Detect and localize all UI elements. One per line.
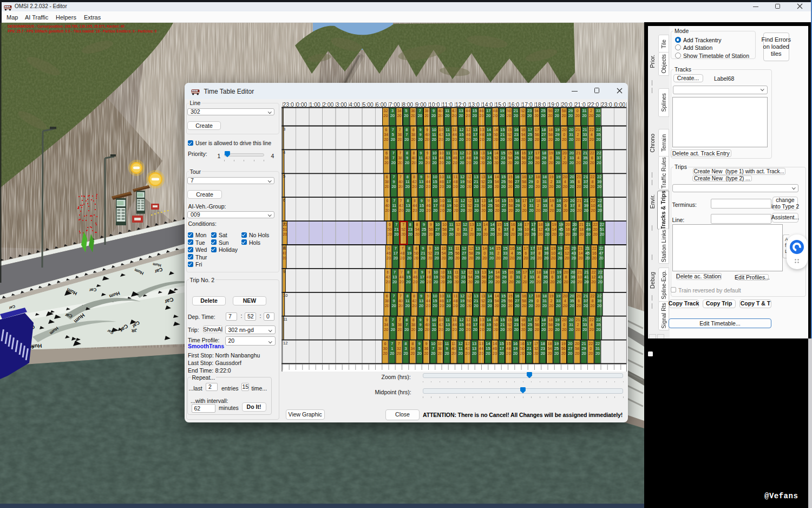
svg-text:7: 7 xyxy=(405,132,408,137)
svg-text:42: 42 xyxy=(412,179,416,184)
svg-text:21: 21 xyxy=(586,222,591,227)
svg-text:20: 20 xyxy=(403,351,408,356)
svg-text:20: 20 xyxy=(502,208,506,213)
svg-text:20: 20 xyxy=(400,279,404,284)
svg-text:12: 12 xyxy=(460,151,464,155)
svg-text:17: 17 xyxy=(522,198,527,203)
svg-text:29: 29 xyxy=(529,298,533,303)
svg-text:20: 20 xyxy=(419,303,423,308)
svg-text:27: 27 xyxy=(555,108,559,113)
svg-text:20: 20 xyxy=(597,160,601,165)
svg-text:20: 20 xyxy=(494,303,499,308)
svg-text:14: 14 xyxy=(495,198,499,203)
svg-text:6:00: 6:00 xyxy=(376,102,387,108)
svg-text:23: 23 xyxy=(541,346,545,351)
svg-text:20: 20 xyxy=(536,208,540,213)
svg-text:20: 20 xyxy=(489,256,494,260)
svg-text:9: 9 xyxy=(426,317,428,322)
svg-text:19: 19 xyxy=(549,294,554,298)
svg-text:20: 20 xyxy=(562,327,566,332)
svg-text:20: 20 xyxy=(408,232,412,237)
svg-text:20: 20 xyxy=(558,256,562,260)
svg-text:20: 20 xyxy=(384,137,388,142)
svg-text:25: 25 xyxy=(488,203,492,208)
svg-text:11: 11 xyxy=(454,174,458,179)
svg-text:6: 6 xyxy=(498,227,500,232)
svg-text:18: 18 xyxy=(535,174,540,179)
svg-text:12: 12 xyxy=(459,127,463,132)
svg-text:18: 18 xyxy=(536,198,540,203)
svg-text:44: 44 xyxy=(479,346,483,351)
svg-text:15: 15 xyxy=(433,298,437,303)
svg-text:20: 20 xyxy=(283,256,287,260)
svg-text:2: 2 xyxy=(537,203,539,208)
svg-text:21: 21 xyxy=(576,151,580,155)
svg-text:11: 11 xyxy=(453,317,457,322)
svg-text:20: 20 xyxy=(562,160,567,165)
svg-text:10: 10 xyxy=(435,246,439,251)
svg-text:20: 20 xyxy=(415,232,419,237)
svg-text:20: 20 xyxy=(283,232,287,236)
svg-text:27: 27 xyxy=(568,346,572,351)
svg-text:10: 10 xyxy=(441,246,446,251)
svg-text:21: 21 xyxy=(577,198,581,203)
svg-text:20: 20 xyxy=(432,137,436,142)
svg-text:20: 20 xyxy=(487,327,491,332)
svg-text:20: 20 xyxy=(529,303,533,308)
svg-text:21: 21 xyxy=(514,108,518,113)
svg-text:21: 21 xyxy=(461,203,465,208)
svg-text:19: 19 xyxy=(407,251,411,256)
svg-text:18: 18 xyxy=(542,294,547,298)
svg-text:0: 0 xyxy=(536,298,539,303)
svg-text:19: 19 xyxy=(487,132,491,137)
svg-text:20: 20 xyxy=(557,279,561,284)
svg-text:21: 21 xyxy=(584,270,588,275)
svg-text:20: 20 xyxy=(569,160,574,165)
svg-text:7: 7 xyxy=(400,174,402,179)
svg-text:20: 20 xyxy=(591,303,595,308)
svg-text:35: 35 xyxy=(543,275,548,279)
svg-text:17: 17 xyxy=(523,270,527,275)
svg-text:20: 20 xyxy=(481,208,486,213)
svg-text:20: 20 xyxy=(429,232,433,237)
svg-text:13: 13 xyxy=(482,270,486,275)
svg-text:10: 10 xyxy=(578,275,582,279)
svg-text:19: 19 xyxy=(434,275,438,279)
svg-text:20: 20 xyxy=(399,208,403,213)
svg-text:20: 20 xyxy=(431,351,435,356)
svg-text:5: 5 xyxy=(418,346,421,351)
svg-text:20: 20 xyxy=(394,256,398,260)
svg-text:31: 31 xyxy=(463,227,467,232)
svg-text:20: 20 xyxy=(577,184,581,189)
svg-text:Car: Car xyxy=(89,287,97,292)
svg-text:20: 20 xyxy=(501,303,506,308)
svg-text:16: 16 xyxy=(516,270,520,275)
svg-text:29: 29 xyxy=(502,275,507,279)
svg-text:18: 18 xyxy=(542,151,546,155)
svg-text:19: 19 xyxy=(474,155,478,160)
svg-text:9: 9 xyxy=(430,222,432,227)
svg-text:6: 6 xyxy=(283,198,285,203)
svg-text:20: 20 xyxy=(455,256,460,260)
svg-text:20: 20 xyxy=(466,113,470,118)
svg-text:20: 20 xyxy=(454,208,458,213)
svg-text:20: 20 xyxy=(467,184,472,189)
svg-text:20: 20 xyxy=(476,256,480,260)
svg-text:10: 10 xyxy=(435,222,440,227)
svg-text:20: 20 xyxy=(480,327,484,332)
svg-text:12: 12 xyxy=(467,294,472,298)
svg-text:23:0: 23:0 xyxy=(601,102,613,108)
svg-text:7: 7 xyxy=(405,322,408,327)
svg-text:20: 20 xyxy=(516,279,520,284)
svg-text:14: 14 xyxy=(482,246,487,251)
svg-text:20: 20 xyxy=(435,232,440,237)
svg-text:22: 22 xyxy=(597,127,601,132)
svg-text:8: 8 xyxy=(412,317,415,322)
svg-text:9: 9 xyxy=(420,174,422,179)
svg-text:11: 11 xyxy=(405,179,410,184)
svg-text:20: 20 xyxy=(397,327,402,332)
svg-text:20: 20 xyxy=(447,303,451,308)
svg-text:7: 7 xyxy=(401,246,403,251)
svg-text:20: 20 xyxy=(472,351,476,356)
svg-text:21: 21 xyxy=(578,270,582,275)
